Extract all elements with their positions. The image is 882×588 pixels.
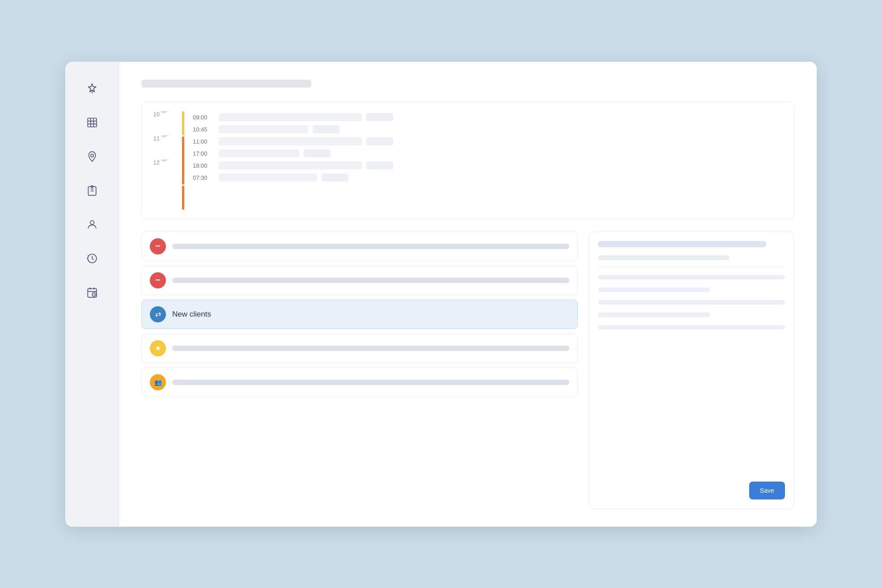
icon-transfer: ⇄ bbox=[150, 306, 166, 322]
time-ruler: 10 11 bbox=[153, 111, 179, 210]
svg-point-11 bbox=[90, 220, 94, 224]
slot-bar-1045 bbox=[219, 125, 308, 133]
right-panel-line-5 bbox=[598, 325, 785, 330]
time-slots: 09:00 10:45 11:00 17:00 bbox=[193, 111, 783, 210]
time-bar-orange bbox=[182, 136, 184, 185]
ticks-12 bbox=[161, 160, 179, 161]
sidebar-item-pin[interactable] bbox=[83, 80, 101, 97]
icon-group-add: 👥 bbox=[150, 374, 166, 390]
right-panel-line-1 bbox=[598, 275, 785, 279]
icon-star: ★ bbox=[150, 340, 166, 356]
time-label-1045: 10:45 bbox=[193, 126, 214, 133]
main-content: 10 11 bbox=[119, 62, 817, 527]
list-item-4[interactable]: ★ bbox=[141, 334, 578, 363]
slot-row-1045: 10:45 bbox=[193, 123, 783, 135]
slot-bar-1700 bbox=[219, 149, 299, 157]
time-label-0730: 07:30 bbox=[193, 174, 214, 181]
slot-bar-end-1045 bbox=[313, 125, 339, 133]
slot-bar-0900 bbox=[219, 113, 362, 121]
sidebar bbox=[65, 62, 119, 527]
hour-11: 11 bbox=[153, 135, 161, 141]
list-item-new-clients[interactable]: ⇄ New clients bbox=[141, 300, 578, 329]
sidebar-item-calendar-clock[interactable] bbox=[83, 283, 101, 301]
slot-bar-0730 bbox=[219, 173, 317, 182]
slot-row-1800: 18:00 bbox=[193, 160, 783, 172]
icon-minus-1: − bbox=[150, 238, 166, 254]
top-bar-placeholder bbox=[141, 80, 311, 88]
slot-bar-end-0900 bbox=[366, 113, 393, 121]
ruler-row-12: 12 bbox=[153, 160, 179, 184]
sidebar-item-location[interactable] bbox=[83, 148, 101, 165]
hour-12: 12 bbox=[153, 160, 161, 165]
slot-bar-1100 bbox=[219, 137, 362, 145]
ticks-10 bbox=[161, 111, 179, 113]
time-bar-yellow bbox=[182, 111, 184, 135]
right-panel-subheader-bar bbox=[598, 255, 729, 260]
slot-bar-1800 bbox=[219, 161, 362, 169]
item-placeholder-2 bbox=[172, 278, 569, 283]
icon-minus-2: − bbox=[150, 272, 166, 288]
list-section: − − ⇄ New clients ★ bbox=[141, 232, 794, 509]
time-label-1700: 17:00 bbox=[193, 150, 214, 157]
slot-row-0900: 09:00 bbox=[193, 111, 783, 123]
slot-bar-end-1700 bbox=[304, 149, 331, 157]
app-window: 10 11 bbox=[65, 62, 817, 527]
save-button[interactable]: Save bbox=[749, 482, 785, 499]
right-panel-header-bar bbox=[598, 241, 766, 247]
time-bar-container bbox=[182, 111, 186, 210]
list-items: − − ⇄ New clients ★ bbox=[141, 232, 578, 509]
sidebar-item-person[interactable] bbox=[83, 216, 101, 233]
item-placeholder-1 bbox=[172, 244, 569, 249]
right-panel-line-3 bbox=[598, 300, 785, 305]
new-clients-label: New clients bbox=[172, 310, 211, 319]
item-placeholder-4 bbox=[172, 346, 569, 351]
slot-bar-end-1100 bbox=[366, 137, 393, 145]
sidebar-item-building[interactable] bbox=[83, 114, 101, 131]
slot-row-0730: 07:30 bbox=[193, 172, 783, 184]
calendar-card: 10 11 bbox=[141, 102, 794, 219]
ruler-row-11: 11 bbox=[153, 135, 179, 160]
time-bar-orange2 bbox=[182, 186, 184, 210]
right-panel-divider-1 bbox=[598, 267, 785, 268]
hour-10: 10 bbox=[153, 111, 161, 117]
slot-row-1100: 11:00 bbox=[193, 135, 783, 148]
ticks-11 bbox=[161, 135, 179, 137]
sidebar-item-history[interactable] bbox=[83, 250, 101, 267]
time-label-1800: 18:00 bbox=[193, 162, 214, 169]
ruler-row-10: 10 bbox=[153, 111, 179, 135]
time-label-0900: 09:00 bbox=[193, 114, 214, 121]
right-panel-line-2 bbox=[598, 288, 710, 292]
slot-row-1700: 17:00 bbox=[193, 148, 783, 160]
sidebar-item-badge[interactable] bbox=[83, 182, 101, 199]
svg-rect-1 bbox=[88, 118, 97, 127]
svg-point-6 bbox=[90, 154, 93, 157]
right-panel-line-4 bbox=[598, 313, 710, 317]
list-item-1[interactable]: − bbox=[141, 232, 578, 261]
slot-bar-end-0730 bbox=[322, 173, 348, 182]
slot-bar-end-1800 bbox=[366, 161, 393, 169]
time-label-1100: 11:00 bbox=[193, 138, 214, 145]
item-placeholder-5 bbox=[172, 380, 569, 385]
list-item-5[interactable]: 👥 bbox=[141, 368, 578, 397]
right-panel: Save bbox=[589, 232, 794, 509]
list-item-2[interactable]: − bbox=[141, 266, 578, 295]
